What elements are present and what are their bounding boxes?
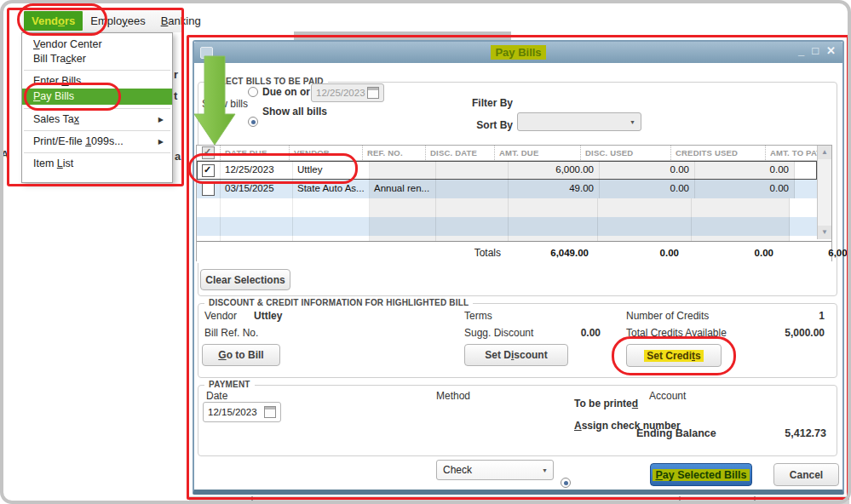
- column-header-amt-to-pay[interactable]: AMT. TO PAY: [765, 146, 851, 160]
- show-all-bills-radio[interactable]: [248, 117, 258, 127]
- background-tick: [251, 496, 253, 503]
- table-scrollbar[interactable]: [817, 146, 831, 239]
- show-all-bills-label: Show all bills: [262, 106, 327, 117]
- background-window-tab: [294, 32, 511, 40]
- totals-amt-to-pay: 6,000.00: [779, 248, 851, 258]
- to-be-printed-label: To be printed: [574, 398, 638, 410]
- menu-item-label: Print/E-file 1099s...: [33, 135, 124, 147]
- table-empty-row: [197, 236, 817, 241]
- total-credits-available-label: Total Credits Available: [626, 327, 727, 339]
- menubar-item-vendors[interactable]: Vendors: [24, 11, 83, 31]
- close-button[interactable]: ✕: [826, 44, 836, 57]
- due-on-or-before-radio[interactable]: [248, 87, 258, 97]
- select-bills-legend: SELECT BILLS TO BE PAID: [204, 77, 328, 86]
- cell-vendor: State Auto As...: [293, 180, 370, 198]
- filter-by-dropdown[interactable]: [517, 112, 641, 131]
- bills-table-header: DATE DUE VENDOR REF. NO. DISC. DATE AMT.…: [197, 146, 817, 161]
- cell-disc-date: [436, 180, 509, 198]
- sugg-discount-value: 0.00: [537, 327, 601, 339]
- go-to-bill-button[interactable]: Go to Bill: [202, 344, 280, 366]
- menu-separator: [24, 152, 170, 153]
- filter-by-label: Filter By: [460, 97, 513, 109]
- window-controls: _ □ ✕: [798, 44, 836, 57]
- row-checkbox[interactable]: [202, 183, 215, 196]
- calendar-icon[interactable]: [367, 87, 379, 99]
- cell-credits-used: 0.00: [695, 161, 795, 180]
- scroll-up-arrow-icon[interactable]: [818, 146, 831, 159]
- totals-disc-used: 0.00: [594, 248, 684, 258]
- menu-item-label: Sales Tax: [33, 113, 79, 125]
- due-date-value: 12/25/2023: [316, 88, 365, 98]
- window-icon: [200, 47, 213, 59]
- scroll-down-arrow-icon[interactable]: [818, 226, 831, 239]
- cell-amt-due: 6,000.00: [509, 161, 600, 180]
- table-row[interactable]: 12/25/2023 Uttley 6,000.00 0.00 0.00 6,0…: [197, 161, 817, 180]
- discount-credit-legend: DISCOUNT & CREDIT INFORMATION FOR HIGHLI…: [204, 298, 473, 307]
- payment-date-field[interactable]: 12/15/2023: [203, 402, 281, 422]
- menu-item-item-list[interactable]: Item List: [22, 157, 172, 171]
- column-header-disc-date[interactable]: DISC. DATE: [425, 146, 494, 160]
- cell-disc-used: 0.00: [600, 161, 695, 180]
- maximize-button[interactable]: □: [812, 44, 819, 57]
- window-titlebar: Pay Bills _ □ ✕: [194, 42, 842, 63]
- menu-item-vendor-center[interactable]: Vendor Center: [22, 37, 172, 52]
- menu-separator: [24, 130, 170, 131]
- account-dropdown[interactable]: General Business Checking Acct.: [647, 501, 825, 504]
- menu-item-sales-tax[interactable]: Sales Tax▶: [22, 112, 172, 127]
- row-checkbox[interactable]: [202, 164, 215, 177]
- background-text-fragment: A: [1, 148, 9, 161]
- cell-ref-no: [370, 161, 436, 180]
- submenu-arrow-icon: ▶: [158, 112, 164, 127]
- menu-item-bill-tracker[interactable]: Bill Tracker: [22, 52, 172, 66]
- screenshot-stage: r t a A Vendors Employees Banking Vendor…: [0, 0, 851, 504]
- method-dropdown[interactable]: Check: [436, 460, 554, 480]
- totals-row: Totals 6,049.00 0.00 0.00 6,000.00: [197, 241, 831, 263]
- menu-separator: [24, 108, 170, 109]
- menu-item-pay-bills[interactable]: Pay Bills: [22, 89, 172, 105]
- cell-disc-used: 0.00: [600, 180, 695, 198]
- menu-bar: Vendors Employees Banking: [21, 9, 183, 32]
- set-discount-button[interactable]: Set Discount: [464, 344, 568, 366]
- calendar-icon[interactable]: [264, 406, 276, 418]
- set-credits-label: Set Credits: [644, 350, 703, 362]
- vendors-menu: Vendor Center Bill Tracker Enter Bills P…: [21, 32, 173, 183]
- number-of-credits-label: Number of Credits: [626, 310, 709, 322]
- menu-item-enter-bills[interactable]: Enter Bills: [22, 74, 172, 89]
- column-header-ref-no[interactable]: REF. NO.: [362, 146, 425, 160]
- menu-item-print-efile-1099s[interactable]: Print/E-file 1099s...▶: [22, 135, 172, 149]
- select-all-checkbox[interactable]: [202, 146, 215, 159]
- bills-table: DATE DUE VENDOR REF. NO. DISC. DATE AMT.…: [196, 145, 832, 261]
- column-header-vendor[interactable]: VENDOR: [289, 146, 362, 160]
- due-date-field[interactable]: 12/25/2023: [311, 83, 384, 102]
- total-credits-available-value: 5,000.00: [756, 327, 825, 339]
- window-title: Pay Bills: [491, 45, 545, 60]
- cancel-button[interactable]: Cancel: [773, 463, 839, 486]
- table-row[interactable]: 03/15/2025 State Auto As... Annual ren..…: [197, 180, 817, 198]
- totals-credits-used: 0.00: [684, 248, 779, 258]
- cell-ref-no: Annual ren...: [370, 180, 436, 198]
- menubar-item-employees[interactable]: Employees: [83, 11, 152, 31]
- method-label: Method: [436, 390, 470, 402]
- minimize-button[interactable]: _: [798, 44, 804, 57]
- number-of-credits-value: 1: [765, 310, 825, 322]
- set-credits-button[interactable]: Set Credits: [626, 344, 722, 367]
- account-label: Account: [649, 390, 686, 402]
- menubar-item-banking[interactable]: Banking: [153, 11, 209, 31]
- to-be-printed-radio[interactable]: [561, 478, 571, 488]
- discount-credit-section: [198, 303, 837, 378]
- show-bills-label: Show bills: [202, 98, 248, 110]
- column-header-amt-due[interactable]: AMT. DUE: [494, 146, 580, 160]
- payment-section: [198, 385, 837, 456]
- vendor-value: Uttley: [254, 310, 282, 322]
- method-value: Check: [443, 464, 472, 476]
- column-header-disc-used[interactable]: DISC. USED: [580, 146, 670, 160]
- totals-label: Totals: [437, 247, 508, 259]
- row-checkbox-cell: [197, 180, 221, 198]
- column-header-credits-used[interactable]: CREDITS USED: [670, 146, 765, 160]
- pay-selected-bills-button[interactable]: Pay Selected Bills: [650, 463, 752, 486]
- background-text-fragment: a: [175, 150, 181, 163]
- payment-date-label: Date: [206, 390, 227, 402]
- clear-selections-button[interactable]: Clear Selections: [200, 269, 290, 290]
- sort-by-label: Sort By: [460, 119, 513, 131]
- column-header-date-due[interactable]: DATE DUE: [220, 146, 289, 160]
